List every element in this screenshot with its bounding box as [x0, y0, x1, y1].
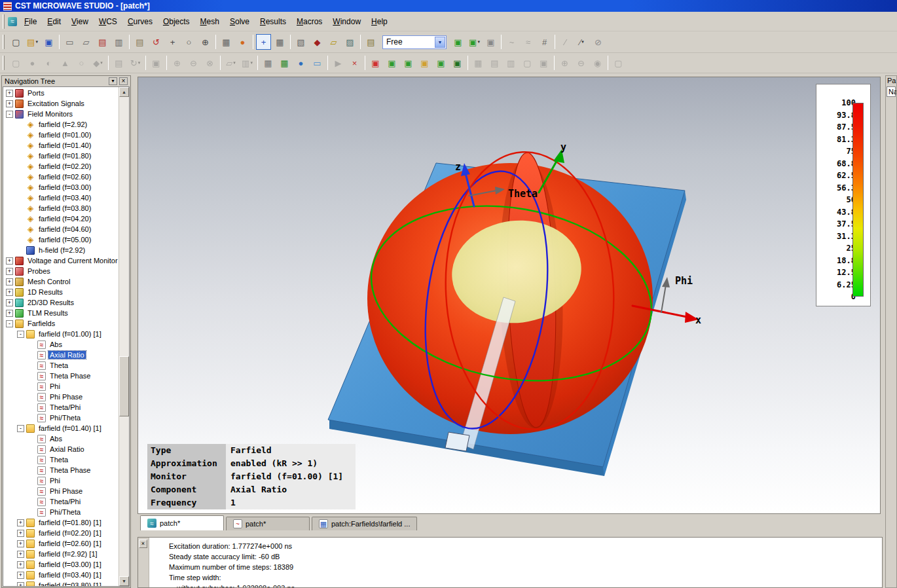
window-tile-h-icon[interactable]: ▥: [503, 55, 519, 71]
context-help-icon[interactable]: ▢: [611, 55, 626, 71]
boolean-add-icon[interactable]: ⊕: [170, 55, 185, 71]
chevron-down-icon[interactable]: [109, 77, 117, 85]
pick-edge-icon[interactable]: ▱: [326, 34, 341, 50]
tree-item[interactable]: +Ports: [3, 88, 119, 98]
pan-view-icon[interactable]: +: [165, 34, 180, 50]
tree-item[interactable]: +farfield (f=03.00) [1]: [3, 559, 119, 570]
dropdown-arrow-icon[interactable]: ▾: [138, 60, 141, 65]
tree-item[interactable]: +Voltage and Current Monitor: [3, 255, 119, 266]
menu-item-edit[interactable]: Edit: [42, 14, 66, 29]
tree-item[interactable]: Phi/Theta: [3, 507, 119, 517]
menu-item-mesh[interactable]: Mesh: [195, 14, 225, 29]
tree-item[interactable]: +TLM Results: [3, 308, 119, 318]
render-sphere-icon[interactable]: ●: [235, 34, 250, 50]
tree-expander[interactable]: -: [6, 111, 13, 118]
tree-item[interactable]: farfield (f=03.40): [3, 193, 119, 203]
toolbar-grip[interactable]: [3, 56, 5, 70]
tree-item[interactable]: farfield (f=04.20): [3, 213, 119, 224]
tree-expander[interactable]: +: [17, 530, 24, 537]
start-solver-icon[interactable]: ▶: [331, 55, 346, 71]
menu-item-wcs[interactable]: WCS: [94, 14, 122, 29]
viewport-3d[interactable]: x y z Theta Phi 10093.887.581.37568.862.…: [137, 77, 881, 514]
transform-icon[interactable]: ▱▾: [223, 55, 238, 71]
tlm-export-icon[interactable]: ▣: [433, 55, 448, 71]
tree-item[interactable]: farfield (f=04.60): [3, 224, 119, 234]
tree-item[interactable]: farfield (f=03.00): [3, 182, 119, 193]
window-close-icon[interactable]: ▣: [536, 55, 551, 71]
new-component-icon[interactable]: ▣▾: [467, 34, 482, 50]
tree-item[interactable]: Axial Ratio: [3, 350, 119, 360]
tree-item[interactable]: Phi Phase: [3, 392, 119, 402]
tree-expander[interactable]: +: [6, 100, 13, 107]
new-file-icon[interactable]: ▢: [9, 34, 24, 50]
tree-expander[interactable]: +: [17, 572, 24, 579]
cone-shape-icon[interactable]: ◐: [41, 55, 56, 71]
tree-item[interactable]: farfield (f=02.60): [3, 172, 119, 182]
tree-item[interactable]: Abs: [3, 339, 119, 350]
menu-item-objects[interactable]: Objects: [158, 14, 195, 29]
menu-item-solve[interactable]: Solve: [225, 14, 255, 29]
document-tab-2[interactable]: patch*: [226, 517, 310, 530]
tree-expander[interactable]: +: [17, 540, 24, 547]
tree-item[interactable]: Abs: [3, 433, 119, 444]
tree-expander[interactable]: +: [17, 551, 24, 558]
dropdown-arrow-icon[interactable]: ▾: [250, 60, 253, 65]
tree-item[interactable]: Phi: [3, 475, 119, 486]
tree-item[interactable]: +farfield (f=01.80) [1]: [3, 517, 119, 528]
pick-point-icon[interactable]: ◆: [310, 34, 325, 50]
cylinder-shape-icon[interactable]: ●: [25, 55, 40, 71]
combo-dropdown-icon[interactable]: ▼: [435, 37, 445, 48]
tree-item[interactable]: -farfield (f=01.00) [1]: [3, 329, 119, 339]
tree-item[interactable]: Axial Ratio: [3, 444, 119, 454]
dropdown-arrow-icon[interactable]: ▾: [100, 60, 103, 65]
wedge-shape-icon[interactable]: ▲: [58, 55, 73, 71]
tree-item[interactable]: farfield (f=01.40): [3, 140, 119, 151]
tree-expander[interactable]: +: [6, 90, 13, 97]
boolean-intersect-icon[interactable]: ⊗: [202, 55, 217, 71]
history-list-icon[interactable]: ▤: [363, 34, 378, 50]
scrollbar-thumb[interactable]: [119, 356, 129, 416]
menu-item-results[interactable]: Results: [255, 14, 291, 29]
toolbar-grip[interactable]: [3, 14, 5, 29]
tree-item[interactable]: Theta: [3, 454, 119, 465]
tree-item[interactable]: +farfield (f=2.92) [1]: [3, 549, 119, 559]
window-new-icon[interactable]: ▦: [471, 55, 486, 71]
tree-item[interactable]: +Mesh Control: [3, 276, 119, 287]
toolbar-grip[interactable]: [3, 35, 5, 49]
align-icon[interactable]: ▥▾: [240, 55, 255, 71]
pick-face-icon[interactable]: ▨: [342, 34, 357, 50]
tree-item[interactable]: Theta/Phi: [3, 402, 119, 413]
tree-item[interactable]: farfield (f=02.20): [3, 161, 119, 172]
zoom-icon[interactable]: ○: [181, 34, 196, 50]
tlm-results-icon[interactable]: ▣: [450, 55, 465, 71]
tree-expander[interactable]: -: [17, 331, 24, 338]
sphere-shape-icon[interactable]: ▢: [9, 55, 24, 71]
menu-item-curves[interactable]: Curves: [122, 14, 158, 29]
tree-expander[interactable]: +: [6, 278, 13, 285]
tree-item[interactable]: Theta Phase: [3, 465, 119, 475]
close-icon[interactable]: [139, 540, 147, 548]
scroll-up-icon[interactable]: [119, 87, 129, 97]
menu-item-macros[interactable]: Macros: [291, 14, 327, 29]
tlm-port-icon[interactable]: ▣: [368, 55, 383, 71]
mesh-view-icon[interactable]: ▦: [277, 55, 292, 71]
title-bar[interactable]: CST MICROWAVE STUDIO - [patch*]: [0, 0, 897, 12]
window-tile-v-icon[interactable]: ▢: [520, 55, 535, 71]
axes-toggle-icon[interactable]: +: [256, 34, 271, 50]
dropdown-arrow-icon[interactable]: ▾: [35, 39, 38, 45]
field-balance-icon[interactable]: ◉: [590, 55, 605, 71]
tree-item[interactable]: Theta/Phi: [3, 496, 119, 507]
tree-expander[interactable]: -: [17, 425, 24, 432]
tree-item[interactable]: Theta Phase: [3, 371, 119, 381]
menu-item-file[interactable]: File: [19, 14, 42, 29]
tree-expander[interactable]: +: [6, 299, 13, 306]
menu-item-view[interactable]: View: [66, 14, 94, 29]
document-tab-1[interactable]: patch*: [140, 515, 224, 530]
parameters-icon[interactable]: ▤: [132, 34, 147, 50]
dropdown-arrow-icon[interactable]: ▾: [581, 39, 584, 45]
tree-expander[interactable]: +: [17, 561, 24, 568]
copy-image-icon[interactable]: ▱: [79, 34, 94, 50]
field-energy-icon[interactable]: ⊕: [557, 55, 572, 71]
open-file-icon[interactable]: ▤▾: [25, 34, 40, 50]
tree-expander[interactable]: +: [17, 582, 24, 587]
